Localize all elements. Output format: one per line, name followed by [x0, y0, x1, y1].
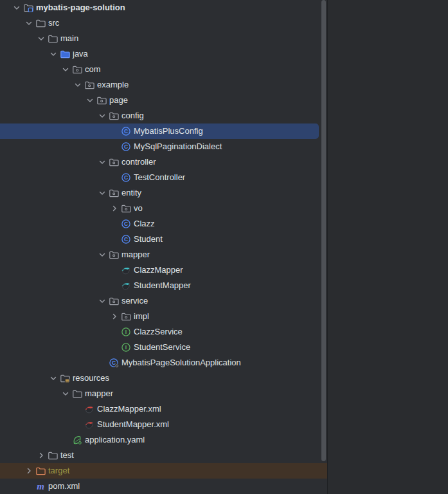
mybatis-java-icon — [121, 265, 131, 275]
mybatis-java-icon — [121, 280, 131, 291]
chevron-down-icon[interactable] — [85, 95, 96, 105]
tree-item-config[interactable]: config — [0, 108, 327, 124]
tree-item-page[interactable]: page — [0, 93, 327, 108]
tree-item-label: ClazzMapper.xml — [97, 401, 161, 417]
tree-item-label: main — [60, 31, 78, 46]
chevron-down-icon[interactable] — [36, 33, 48, 44]
folder-icon — [35, 18, 46, 28]
tree-item-clazz[interactable]: CClazz — [0, 216, 327, 232]
chevron-spacer — [24, 481, 35, 491]
tree-item-label: example — [97, 77, 129, 93]
tree-item-label: config — [121, 108, 144, 124]
tree-item-controller[interactable]: controller — [0, 154, 327, 170]
project-tree-panel: mybatis-page-solutionsrcmainjavacomexamp… — [0, 0, 328, 494]
tree-item-java[interactable]: java — [0, 46, 327, 62]
tree-item-student[interactable]: CStudent — [0, 232, 327, 247]
class-icon: C — [121, 172, 131, 183]
tree-item-studentservice[interactable]: IStudentService — [0, 340, 327, 355]
chevron-down-icon[interactable] — [24, 18, 35, 28]
tree-item-testcontroller[interactable]: CTestController — [0, 170, 327, 185]
svg-text:C: C — [124, 128, 128, 134]
chevron-spacer — [109, 280, 121, 291]
scrollbar-thumb[interactable] — [321, 0, 326, 461]
chevron-spacer — [109, 265, 121, 275]
chevron-down-icon[interactable] — [97, 157, 109, 167]
tree-item-clazzmapper[interactable]: ClazzMapper — [0, 262, 327, 278]
maven-icon: m — [35, 481, 46, 491]
chevron-down-icon[interactable] — [73, 80, 84, 90]
chevron-down-icon[interactable] — [97, 188, 109, 198]
svg-text:C: C — [124, 174, 128, 181]
tree-item-label: controller — [121, 154, 156, 170]
chevron-right-icon[interactable] — [109, 203, 121, 214]
project-tree-rows: mybatis-page-solutionsrcmainjavacomexamp… — [0, 0, 327, 494]
tree-item-label: TestController — [134, 170, 185, 185]
tree-item-clazzmapper-xml[interactable]: ClazzMapper.xml — [0, 401, 327, 417]
chevron-right-icon[interactable] — [36, 450, 48, 461]
tree-item-mapper[interactable]: mapper — [0, 247, 327, 262]
tree-item-example[interactable]: example — [0, 77, 327, 93]
package-icon — [109, 188, 119, 198]
tree-item-application-yaml[interactable]: application.yaml — [0, 432, 327, 448]
chevron-down-icon[interactable] — [97, 296, 109, 306]
tree-item-label: StudentService — [134, 340, 190, 355]
tree-item-vo[interactable]: vo — [0, 201, 327, 216]
chevron-down-icon[interactable] — [12, 3, 23, 13]
chevron-spacer — [109, 219, 121, 229]
folder-icon — [72, 389, 82, 399]
folder-icon — [48, 450, 58, 461]
tree-item-pom-xml[interactable]: mpom.xml — [0, 479, 327, 494]
tree-item-label: entity — [121, 185, 141, 201]
tree-item-clazzservice[interactable]: IClazzService — [0, 324, 327, 340]
class-icon: C — [121, 219, 131, 229]
tree-item-target[interactable]: target — [0, 463, 327, 479]
interface-icon: I — [121, 342, 131, 352]
chevron-down-icon[interactable] — [60, 389, 72, 399]
tree-item-service[interactable]: service — [0, 293, 327, 309]
tree-item-mysqlpaginationdialect[interactable]: CMySqlPaginationDialect — [0, 139, 327, 154]
tree-item-test[interactable]: test — [0, 448, 327, 463]
excluded-folder-icon — [35, 466, 46, 476]
chevron-spacer — [109, 126, 121, 136]
tree-item-impl[interactable]: impl — [0, 309, 327, 324]
tree-item-label: StudentMapper — [134, 278, 191, 293]
chevron-spacer — [73, 404, 84, 414]
tree-item-label: Student — [134, 232, 163, 247]
chevron-right-icon[interactable] — [24, 466, 35, 476]
tree-item-mybatispagesolutionapplication[interactable]: CMybatisPageSolutionApplication — [0, 355, 327, 370]
tree-item-mybatisplusconfig[interactable]: CMybatisPlusConfig — [0, 124, 327, 139]
tree-item-main[interactable]: main — [0, 31, 327, 46]
package-icon — [109, 250, 119, 260]
tree-item-entity[interactable]: entity — [0, 185, 327, 201]
chevron-down-icon[interactable] — [48, 373, 60, 383]
chevron-down-icon[interactable] — [48, 49, 60, 59]
class-icon: C — [121, 142, 131, 152]
chevron-down-icon[interactable] — [97, 250, 109, 260]
folder-icon — [48, 33, 58, 44]
tree-item-com[interactable]: com — [0, 62, 327, 77]
editor-area — [328, 0, 448, 494]
package-icon — [109, 157, 119, 167]
chevron-down-icon[interactable] — [97, 111, 109, 121]
chevron-down-icon[interactable] — [60, 64, 72, 75]
tree-item-mapper[interactable]: mapper — [0, 386, 327, 401]
tree-item-studentmapper-xml[interactable]: StudentMapper.xml — [0, 417, 327, 432]
chevron-right-icon[interactable] — [109, 311, 121, 322]
package-icon — [96, 95, 107, 105]
mybatis-xml-icon — [84, 404, 94, 414]
tree-item-label: ClazzMapper — [134, 262, 183, 278]
tree-item-studentmapper[interactable]: StudentMapper — [0, 278, 327, 293]
svg-text:C: C — [124, 221, 128, 227]
tree-item-label: src — [48, 15, 59, 31]
tree-item-resources[interactable]: resources — [0, 370, 327, 386]
tree-item-label: MybatisPlusConfig — [134, 124, 203, 139]
mybatis-xml-icon — [84, 419, 94, 430]
tree-item-label: ClazzService — [134, 324, 183, 340]
tree-item-mybatis-page-solution[interactable]: mybatis-page-solution — [0, 0, 327, 15]
tree-item-label: page — [109, 93, 128, 108]
tree-item-src[interactable]: src — [0, 15, 327, 31]
package-icon — [109, 296, 119, 306]
tree-item-label: MySqlPaginationDialect — [134, 139, 222, 154]
chevron-spacer — [109, 234, 121, 244]
tree-item-label: MybatisPageSolutionApplication — [121, 355, 241, 370]
